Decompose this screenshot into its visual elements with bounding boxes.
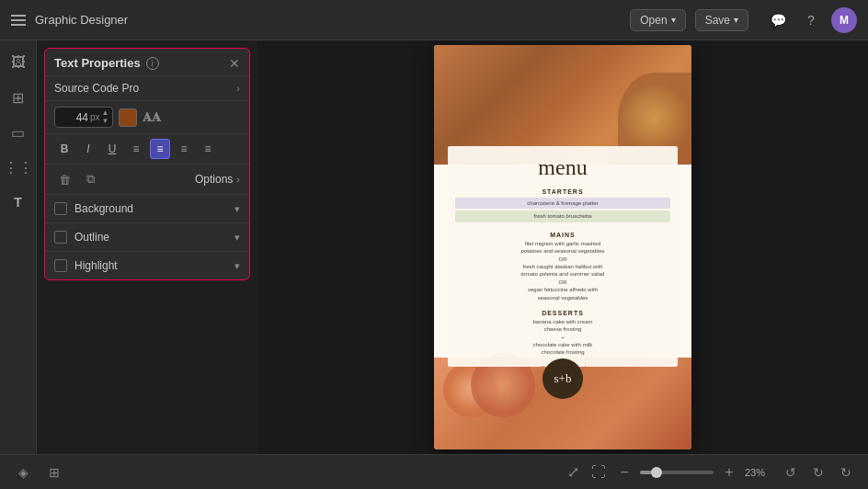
zoom-slider[interactable]	[640, 471, 714, 474]
zoom-percent: 23%	[745, 467, 772, 478]
format-row: B I U ≡ ≡ ≡ ≡	[45, 134, 249, 165]
view-layers-icon[interactable]: ◈	[11, 461, 35, 484]
starter1-highlight: charcuterie & fromage platter	[455, 198, 670, 209]
panel-header: Text Properties i ✕	[45, 49, 249, 76]
background-accordion: Background ▾	[45, 195, 249, 223]
open-chevron-icon: ▾	[671, 15, 676, 25]
outline-checkbox[interactable]	[54, 231, 67, 244]
undo-icon[interactable]: ↺	[780, 461, 802, 483]
canvas-content: menu STARTERS charcuterie & fromage plat…	[257, 40, 868, 454]
main-area: 🖼 ⊞ ▭ ⋮⋮ T Text Properties i ✕ Source Co…	[0, 40, 868, 454]
sidebar-icon-image[interactable]: 🖼	[4, 48, 33, 77]
menu-logo: s+b	[542, 358, 583, 399]
font-size-input-wrap: px ▲ ▼	[54, 107, 113, 128]
italic-button[interactable]: I	[78, 139, 98, 159]
avatar[interactable]: M	[831, 7, 857, 33]
outline-accordion: Outline ▾	[45, 223, 249, 252]
main3-text: vegan fettuccine alfredo with seasonal v…	[455, 286, 670, 301]
align-center-button[interactable]: ≡	[150, 139, 170, 159]
font-chevron-icon: ›	[236, 83, 240, 94]
zoom-in-button[interactable]: +	[719, 462, 739, 483]
font-row[interactable]: Source Code Pro ›	[45, 76, 249, 101]
panel-header-left: Text Properties i	[54, 56, 159, 70]
color-swatch[interactable]	[119, 108, 137, 127]
canvas-area[interactable]: menu STARTERS charcuterie & fromage plat…	[257, 40, 868, 454]
font-name: Source Code Pro	[54, 82, 139, 95]
zoom-controls: ⤢ ⛶ − + 23%	[563, 462, 772, 483]
outline-label: Outline	[74, 231, 227, 244]
size-spinners: ▲ ▼	[102, 109, 109, 125]
menu-icon[interactable]	[11, 15, 26, 26]
bottom-right-icons: ↺ ↻ ↻	[780, 461, 857, 483]
panel-inner: Text Properties i ✕ Source Code Pro › px…	[44, 48, 250, 280]
size-down-icon[interactable]: ▼	[102, 118, 109, 125]
background-checkbox[interactable]	[54, 202, 67, 215]
sidebar-icon-grid[interactable]: ⋮⋮	[4, 153, 33, 182]
redo-right-icon[interactable]: ↻	[835, 461, 857, 483]
underline-button[interactable]: U	[102, 139, 122, 159]
topbar-icons: 💬 ? M	[765, 7, 857, 33]
fit-width-icon[interactable]: ⤢	[563, 462, 583, 483]
align-justify-button[interactable]: ≡	[198, 139, 218, 159]
options-chevron-icon: ›	[236, 174, 240, 185]
highlight-checkbox[interactable]	[54, 259, 67, 272]
view-grid-icon[interactable]: ⊞	[42, 461, 66, 484]
starter2-highlight: fresh tomato bruschetta	[455, 210, 670, 222]
duplicate-icon[interactable]: ⧉	[80, 169, 100, 189]
mains-section: MAINS	[455, 232, 670, 238]
save-chevron-icon: ▾	[734, 15, 738, 25]
sidebar-icon-text[interactable]: T	[4, 188, 33, 217]
options-left: 🗑 ⧉	[54, 169, 100, 189]
desserts-section: DESSERTS	[455, 310, 670, 316]
main-or1: OR	[455, 256, 670, 263]
menu-title: menu	[455, 155, 670, 180]
zoom-out-button[interactable]: −	[614, 462, 634, 483]
delete-icon[interactable]: 🗑	[54, 169, 74, 189]
main2-text: fresh caught alaskan halibut with tomato…	[455, 263, 670, 279]
options-button[interactable]: Options ›	[195, 173, 240, 186]
outline-chevron-icon: ▾	[234, 232, 240, 244]
dessert-sep1: +	[455, 334, 670, 341]
background-accordion-header[interactable]: Background ▾	[45, 195, 249, 222]
background-label: Background	[74, 202, 227, 215]
menu-card[interactable]: menu STARTERS charcuterie & fromage plat…	[434, 45, 691, 449]
starter1-text: charcuterie & fromage platter	[459, 199, 667, 207]
starters-section: STARTERS	[455, 188, 670, 195]
align-right-button[interactable]: ≡	[174, 139, 194, 159]
font-size-input[interactable]	[59, 111, 88, 124]
help-icon[interactable]: ?	[798, 7, 824, 33]
close-icon[interactable]: ✕	[229, 57, 240, 70]
main-or2: OR	[455, 279, 670, 286]
highlight-label: Highlight	[74, 259, 227, 272]
save-button[interactable]: Save ▾	[695, 9, 748, 31]
bold-button[interactable]: B	[54, 139, 74, 159]
background-chevron-icon: ▾	[234, 203, 240, 215]
text-case-icon[interactable]: 𝐀𝐀	[143, 109, 161, 125]
size-row: px ▲ ▼ 𝐀𝐀	[45, 101, 249, 134]
sidebar-icon-layout[interactable]: ▭	[4, 118, 33, 147]
size-unit: px	[90, 112, 100, 122]
highlight-accordion-header[interactable]: Highlight ▾	[45, 252, 249, 279]
fit-page-icon[interactable]: ⛶	[588, 462, 609, 483]
dessert2-text: chocolate cake with milk chocolate frost…	[455, 341, 670, 357]
outline-accordion-header[interactable]: Outline ▾	[45, 223, 249, 251]
properties-panel: Text Properties i ✕ Source Code Pro › px…	[37, 40, 257, 454]
left-sidebar: 🖼 ⊞ ▭ ⋮⋮ T	[0, 40, 37, 454]
zoom-slider-thumb[interactable]	[651, 467, 662, 478]
info-icon[interactable]: i	[146, 57, 159, 70]
chat-icon[interactable]: 💬	[765, 7, 791, 33]
align-left-button[interactable]: ≡	[126, 139, 146, 159]
bottom-bar: ◈ ⊞ ⤢ ⛶ − + 23% ↺ ↻ ↻	[0, 454, 868, 489]
dessert1-text: banana cake with cream cheese frosting	[455, 318, 670, 334]
highlight-chevron-icon: ▾	[234, 260, 240, 272]
redo-left-icon[interactable]: ↻	[807, 461, 829, 483]
main1-text: filet mignon with garlic mashed potatoes…	[455, 240, 670, 256]
starter2-text: fresh tomato bruschetta	[459, 212, 667, 220]
topbar: Graphic Designer Open ▾ Save ▾ 💬 ? M	[0, 0, 868, 40]
open-button[interactable]: Open ▾	[630, 9, 685, 31]
options-row: 🗑 ⧉ Options ›	[45, 165, 249, 195]
panel-title: Text Properties	[54, 56, 141, 70]
size-up-icon[interactable]: ▲	[102, 109, 109, 117]
sidebar-icon-sliders[interactable]: ⊞	[4, 83, 33, 112]
highlight-accordion: Highlight ▾	[45, 252, 249, 279]
